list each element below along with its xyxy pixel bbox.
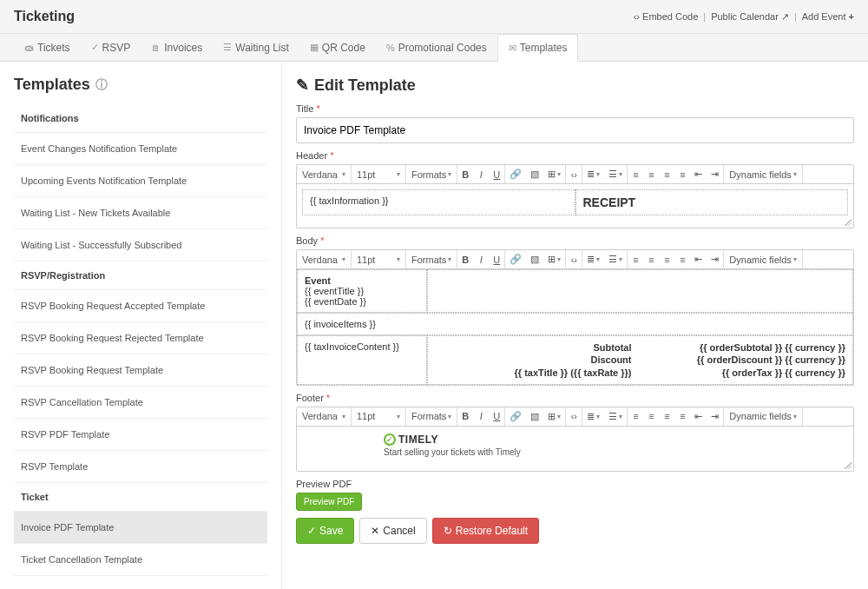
size-select[interactable]: 11pt▾ (352, 165, 405, 183)
save-button[interactable]: ✓ Save (296, 518, 354, 544)
dynamic-fields-select[interactable]: Dynamic fields▾ (724, 250, 802, 268)
number-list-btn[interactable]: ☰▾ (604, 407, 627, 426)
underline-btn[interactable]: U (489, 407, 504, 426)
info-icon[interactable]: ⓘ (95, 77, 108, 93)
template-item[interactable]: Upcoming Events Notification Template (14, 165, 267, 197)
template-item-active[interactable]: Invoice PDF Template (14, 512, 267, 544)
tab-qr-code[interactable]: ▦QR Code (299, 34, 376, 61)
underline-btn[interactable]: U (489, 250, 504, 268)
tab-bar: 🎟Tickets ✓RSVP 🗎Invoices ☰Waiting List ▦… (0, 34, 868, 62)
image-btn[interactable]: ▧ (526, 165, 543, 183)
table-btn[interactable]: ⊞▾ (543, 250, 565, 268)
cancel-button[interactable]: ✕ Cancel (359, 518, 426, 544)
footer-editor-content[interactable]: ✓ TIMELY Start selling your tickets with… (297, 427, 853, 464)
image-btn[interactable]: ▧ (526, 250, 543, 268)
public-calendar-link[interactable]: Public Calendar ↗ (711, 11, 789, 23)
outdent-btn[interactable]: ⇤ (690, 407, 707, 426)
outdent-btn[interactable]: ⇤ (690, 165, 707, 183)
template-item[interactable]: Event Changes Notification Template (14, 133, 267, 165)
tab-rsvp[interactable]: ✓RSVP (81, 34, 141, 61)
indent-btn[interactable]: ⇥ (707, 250, 723, 268)
event-cell[interactable]: Event {{ eventTitle }} {{ eventDate }} (297, 269, 427, 313)
formats-select[interactable]: Formats▾ (406, 250, 457, 268)
align-center-btn[interactable]: ≡ (643, 407, 659, 426)
size-select[interactable]: 11pt▾ (352, 250, 405, 268)
bold-btn[interactable]: B (457, 250, 473, 268)
align-justify-btn[interactable]: ≡ (674, 165, 690, 183)
number-list-btn[interactable]: ☰▾ (604, 165, 627, 183)
bold-btn[interactable]: B (457, 165, 473, 183)
align-right-btn[interactable]: ≡ (659, 165, 674, 183)
header-right-cell[interactable]: RECEIPT (575, 189, 849, 215)
totals-cell[interactable]: Subtotal Discount {{ taxTitle }} ({{ tax… (427, 335, 853, 385)
header-editor-content[interactable]: {{ taxInformation }} RECEIPT (297, 184, 853, 221)
preview-pdf-button[interactable]: Preview PDF (296, 493, 362, 511)
template-item[interactable]: Ticket Cancellation Template (14, 544, 267, 576)
dynamic-fields-select[interactable]: Dynamic fields▾ (724, 407, 802, 426)
italic-btn[interactable]: I (473, 250, 489, 268)
tab-waiting-list[interactable]: ☰Waiting List (213, 34, 299, 61)
body-label: Body * (296, 235, 854, 246)
align-center-btn[interactable]: ≡ (643, 250, 659, 268)
number-list-btn[interactable]: ☰▾ (604, 250, 627, 268)
size-select[interactable]: 11pt▾ (352, 407, 405, 426)
template-item[interactable]: RSVP Booking Request Template (14, 354, 267, 387)
bold-btn[interactable]: B (457, 407, 473, 426)
bullet-list-btn[interactable]: ≣▾ (582, 250, 604, 268)
table-btn[interactable]: ⊞▾ (543, 165, 565, 183)
code-btn[interactable]: ‹› (566, 165, 582, 183)
font-select[interactable]: Verdana▾ (297, 165, 351, 183)
invoice-items-cell[interactable]: {{ invoiceItems }} (297, 313, 853, 335)
align-right-btn[interactable]: ≡ (659, 250, 674, 268)
add-event-link[interactable]: Add Event + (802, 11, 854, 22)
restore-default-button[interactable]: ↻ Restore Default (432, 518, 539, 544)
formats-select[interactable]: Formats▾ (406, 165, 457, 183)
formats-select[interactable]: Formats▾ (406, 407, 457, 426)
template-item[interactable]: Waiting List - New Tickets Available (14, 197, 267, 229)
align-justify-btn[interactable]: ≡ (674, 250, 690, 268)
template-item[interactable]: RSVP Booking Request Rejected Template (14, 322, 267, 354)
font-select[interactable]: Verdana▾ (297, 250, 351, 268)
align-left-btn[interactable]: ≡ (628, 407, 643, 426)
code-btn[interactable]: ‹› (566, 250, 582, 268)
resize-handle[interactable] (297, 221, 853, 228)
title-input[interactable] (296, 117, 854, 143)
image-btn[interactable]: ▧ (526, 407, 543, 426)
italic-btn[interactable]: I (473, 407, 489, 426)
template-item[interactable]: RSVP PDF Template (14, 419, 267, 451)
embed-code-link[interactable]: ‹› Embed Code (634, 11, 699, 22)
code-btn[interactable]: ‹› (566, 407, 582, 426)
tab-promo-codes[interactable]: %Promotional Codes (376, 34, 497, 61)
indent-btn[interactable]: ⇥ (707, 407, 723, 426)
indent-btn[interactable]: ⇥ (707, 165, 723, 183)
event-empty-cell[interactable] (427, 269, 853, 313)
resize-handle[interactable] (297, 464, 853, 471)
bullet-list-btn[interactable]: ≣▾ (582, 407, 604, 426)
tax-invoice-cell[interactable]: {{ taxInvoiceContent }} (297, 335, 427, 385)
underline-btn[interactable]: U (489, 165, 504, 183)
font-select[interactable]: Verdana▾ (297, 407, 351, 426)
align-justify-btn[interactable]: ≡ (674, 407, 690, 426)
bullet-list-btn[interactable]: ≣▾ (582, 165, 604, 183)
link-btn[interactable]: 🔗 (505, 407, 526, 426)
align-center-btn[interactable]: ≡ (643, 165, 659, 183)
tab-templates[interactable]: ✉Templates (497, 34, 579, 62)
align-right-btn[interactable]: ≡ (659, 407, 674, 426)
align-left-btn[interactable]: ≡ (628, 250, 643, 268)
header-left-cell[interactable]: {{ taxInformation }} (302, 189, 575, 215)
italic-btn[interactable]: I (473, 165, 489, 183)
dynamic-fields-select[interactable]: Dynamic fields▾ (724, 165, 802, 183)
template-item[interactable]: RSVP Cancellation Template (14, 387, 267, 419)
template-item[interactable]: RSVP Template (14, 451, 267, 483)
template-item[interactable]: RSVP Booking Request Accepted Template (14, 290, 267, 322)
outdent-btn[interactable]: ⇤ (690, 250, 707, 268)
link-btn[interactable]: 🔗 (505, 250, 526, 268)
header-editor: Verdana▾ 11pt▾ Formats▾ B I U 🔗 ▧ ⊞▾ ‹› (296, 164, 854, 228)
tab-invoices[interactable]: 🗎Invoices (141, 34, 213, 61)
link-btn[interactable]: 🔗 (505, 165, 526, 183)
body-editor-content[interactable]: Event {{ eventTitle }} {{ eventDate }} {… (297, 269, 853, 385)
align-left-btn[interactable]: ≡ (628, 165, 643, 183)
tab-tickets[interactable]: 🎟Tickets (14, 34, 81, 61)
table-btn[interactable]: ⊞▾ (543, 407, 565, 426)
template-item[interactable]: Waiting List - Successfully Subscribed (14, 229, 267, 261)
